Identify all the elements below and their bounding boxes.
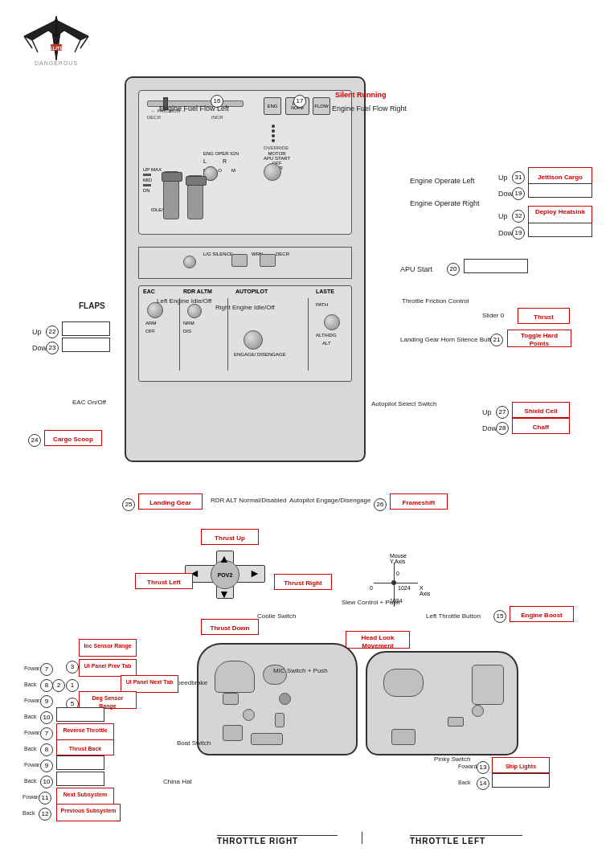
nrm-label: NRM [183, 321, 194, 326]
previous-subsystem-box[interactable]: Previous Subsystem [56, 804, 121, 821]
engine-boost-box[interactable]: Engine Boost [510, 606, 574, 622]
friction-decr: DECR [147, 115, 161, 120]
dis-label: DIS [183, 329, 191, 334]
override-label: OVERRIDE [264, 145, 289, 150]
laste-header: LASTE [316, 289, 334, 294]
empty-box-1 [528, 183, 592, 198]
m-label: M [231, 168, 235, 173]
frameshift-box[interactable]: Frameshift [390, 493, 448, 510]
flow-label[interactable]: FLOW [313, 97, 330, 115]
head-look-box[interactable]: Head Look Movement [346, 631, 410, 649]
num-15: 15 [493, 610, 506, 623]
mic-switch-label: MIC Switch + Push [273, 667, 328, 675]
engage-label: ENGAGE/ DISENGAGE [234, 352, 286, 357]
num-10b: 10 [40, 776, 53, 788]
back10-label: Back [24, 714, 37, 720]
right-throttle-lever[interactable] [187, 175, 203, 219]
lg-silence-label: L/G SILENCE [203, 252, 233, 256]
empty-box-10b [56, 772, 104, 786]
right-engine-idle-label: Right Engine Idle/Off [215, 304, 275, 312]
num-23: 23 [46, 342, 59, 354]
num-7-up: 7 [40, 663, 53, 676]
mid-label: MID [143, 178, 152, 182]
empty-box-2 [528, 223, 592, 237]
thrust-back-box[interactable]: Thrust Back [56, 739, 114, 755]
apu-knob[interactable] [264, 163, 281, 181]
svg-marker-1 [24, 20, 56, 40]
path-label: PATH [316, 302, 328, 307]
mouse-y-axis-label: Mouse Y Axis [390, 553, 407, 564]
num-32: 32 [512, 210, 525, 223]
apu-start-binding-label: APU Start [400, 265, 432, 274]
inc-sensor-box[interactable]: Inc Sensor Range [79, 639, 137, 657]
empty-box-down23 [62, 338, 110, 352]
num-28: 28 [496, 422, 509, 435]
eng-btn-label[interactable]: ENG [264, 97, 281, 115]
num-14: 14 [477, 777, 489, 790]
decr-button[interactable] [260, 254, 276, 267]
svg-line-4 [32, 40, 38, 52]
alt-label: ALT [322, 341, 331, 346]
num-22: 22 [46, 326, 59, 338]
eac-onoff-label: EAC On/Off [72, 399, 106, 407]
next-subsystem-box[interactable]: Next Subsystem [56, 788, 114, 805]
lg-knob[interactable] [183, 256, 196, 268]
thrust-right-box[interactable]: Thrust Right [274, 574, 332, 590]
num-20: 20 [447, 263, 460, 276]
thrust-up-box[interactable]: Thrust Up [201, 529, 259, 545]
chaff-box[interactable]: Chaff [512, 418, 570, 434]
thrust-box[interactable]: Thrust [518, 308, 570, 324]
panel-middle: L/G SILENCE WRN DECR [138, 247, 352, 279]
throttle-panel: ← FRICTION → DECR INCR ENG FUEL NORM FLO… [125, 76, 366, 462]
empty-box-14 [492, 773, 550, 788]
coolie-switch-label: Coolie Switch [257, 612, 296, 620]
throttle-left-bottom: THROTTLE LEFT [410, 837, 485, 845]
autopilot-knob[interactable] [244, 330, 263, 350]
landing-gear-box[interactable]: Landing Gear [138, 493, 203, 510]
engine-operate-right-label: Engine Operate Right [410, 199, 480, 208]
cargo-scoop-box[interactable]: Cargo Scoop [44, 430, 102, 446]
ship-lights-box[interactable]: Ship Lights [492, 757, 550, 773]
landing-gear-horn-label: Landing Gear Horn Silence Button [400, 336, 498, 344]
left-throttle-lever[interactable] [163, 171, 179, 219]
thrust-down-box[interactable]: Thrust Down [201, 619, 259, 635]
flaps-section: UP MID DN [143, 167, 152, 193]
engine-fuel-flow-right-label: Engine Fuel Flow Right [332, 104, 407, 113]
deploy-heatsink-box[interactable]: Deploy Heatsink [528, 206, 592, 223]
arm-label: ARM [145, 321, 156, 326]
decr-label: DECR [276, 252, 289, 256]
ui-panel-prev-tab-box[interactable]: UI Panel Prev Tab [79, 659, 137, 677]
num-21: 21 [490, 334, 503, 346]
num-27: 27 [496, 406, 509, 419]
logo-wings: ELITE [20, 8, 92, 68]
slew-control-label: Slew Control + Push [342, 599, 400, 607]
toggle-hard-points-box[interactable]: Toggle Hard Points [507, 330, 571, 347]
alt-hdg-label: ALT/HDG [316, 333, 337, 338]
empty-box-9 [56, 755, 104, 770]
num-8: 8 [40, 679, 53, 692]
throttle-friction-label: Throttle Friction Control [402, 297, 469, 305]
back10b-label: Back [24, 778, 37, 784]
dec-sensor-box[interactable]: Deg Sensor Range [79, 691, 137, 709]
num-9b: 9 [40, 760, 53, 772]
wrn-button[interactable] [231, 254, 248, 267]
jettison-cargo-box[interactable]: Jettison Cargo [528, 167, 592, 185]
thrust-left-box[interactable]: Thrust Left [135, 573, 193, 589]
reverse-throttle-box[interactable]: Reverse Throttle [56, 723, 114, 741]
laste-knob[interactable] [324, 314, 340, 330]
autopilot-select-label: Autopilot Select Switch [371, 400, 436, 408]
silent-running-label: Silent Running [335, 91, 387, 100]
num-24: 24 [28, 434, 41, 447]
ui-panel-next-tab-box[interactable]: UI Panel Next Tab [121, 675, 178, 693]
page-container: ELITE DANGEROUS ← FRICTION → DECR INCR E… [0, 0, 614, 868]
pinky-switch-label: Pinky Switch [434, 755, 470, 764]
num-2: 2 [52, 679, 65, 692]
num-25: 25 [122, 498, 135, 511]
rdr-knob[interactable] [187, 304, 202, 318]
num-26: 26 [374, 498, 387, 511]
engine-operate-left-label: Engine Operate Left [410, 177, 475, 186]
throttle-right-bottom: THROTTLE RIGHT [217, 837, 298, 845]
shield-cell-box[interactable]: Shield Cell [512, 402, 570, 418]
logo-dangerous-text: DANGEROUS [35, 60, 78, 66]
max-label: MAX [151, 167, 162, 172]
